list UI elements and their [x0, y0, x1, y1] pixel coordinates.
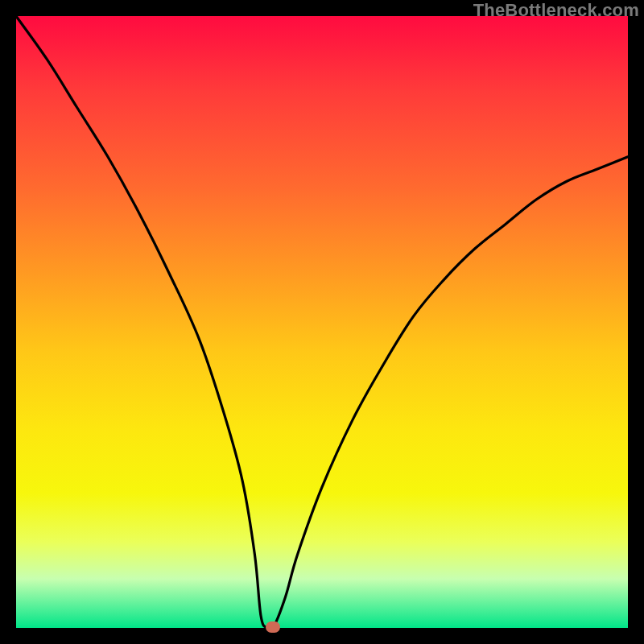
bottleneck-curve — [16, 16, 628, 628]
watermark-label: TheBottleneck.com — [473, 0, 639, 21]
optimal-point-marker — [266, 621, 280, 633]
chart-frame: TheBottleneck.com — [0, 0, 644, 644]
